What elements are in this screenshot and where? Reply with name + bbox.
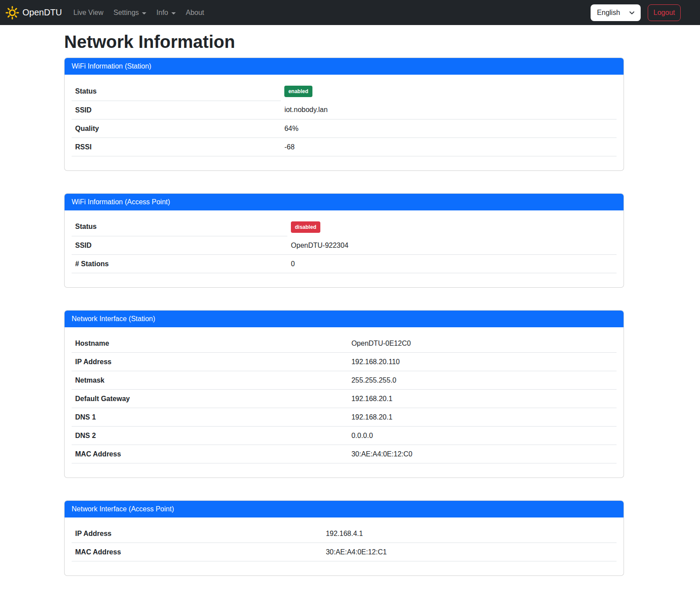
- nav-item-label: Info: [156, 9, 168, 17]
- language-select[interactable]: English: [591, 4, 641, 21]
- info-card-network-interface-station: Network Interface (Station) HostnameOpen…: [64, 310, 624, 478]
- row-value: OpenDTU-922304: [287, 236, 617, 255]
- table-row: DNS 1192.168.20.1: [72, 408, 617, 427]
- nav-item-about[interactable]: About: [182, 5, 208, 20]
- row-value: disabled: [287, 217, 617, 236]
- page-title: Network Information: [64, 31, 624, 52]
- table-row: IP Address192.168.20.110: [72, 353, 617, 371]
- row-label: IP Address: [72, 525, 322, 543]
- row-label: Netmask: [72, 371, 348, 390]
- row-value: 30:AE:A4:0E:12:C0: [348, 445, 617, 463]
- nav-item-label: Settings: [113, 9, 139, 17]
- row-value: 255.255.255.0: [348, 371, 617, 390]
- nav-item-label: About: [186, 9, 204, 17]
- nav-item-settings[interactable]: Settings: [110, 5, 150, 20]
- nav-item-live-view[interactable]: Live View: [70, 5, 107, 20]
- card-body: StatusenabledSSIDiot.nobody.lanQuality64…: [65, 75, 624, 170]
- table-row: Statusenabled: [72, 82, 617, 101]
- nav-item: Settings: [110, 5, 153, 20]
- table-row: # Stations0: [72, 255, 617, 273]
- status-badge: enabled: [284, 86, 312, 97]
- info-table: StatusenabledSSIDiot.nobody.lanQuality64…: [72, 82, 617, 156]
- card-header: Network Interface (Station): [65, 311, 624, 327]
- row-label: MAC Address: [72, 445, 348, 463]
- info-table: StatusdisabledSSIDOpenDTU-922304# Statio…: [72, 217, 617, 274]
- row-label: DNS 2: [72, 427, 348, 445]
- table-row: Statusdisabled: [72, 217, 617, 236]
- card-list: WiFi Information (Station) Statusenabled…: [64, 58, 624, 576]
- row-value: 192.168.20.1: [348, 390, 617, 408]
- card-header: WiFi Information (Station): [65, 58, 624, 75]
- table-row: RSSI-68: [72, 137, 617, 156]
- table-row: SSIDiot.nobody.lan: [72, 101, 617, 119]
- nav-item: About: [182, 5, 211, 20]
- table-row: IP Address192.168.4.1: [72, 525, 617, 543]
- row-value: enabled: [281, 82, 617, 101]
- brand-label: OpenDTU: [22, 7, 62, 18]
- info-table: HostnameOpenDTU-0E12C0IP Address192.168.…: [72, 334, 617, 463]
- card-body: IP Address192.168.4.1MAC Address30:AE:A4…: [65, 517, 624, 575]
- table-row: MAC Address30:AE:A4:0E:12:C0: [72, 445, 617, 463]
- row-value: -68: [281, 137, 617, 156]
- navbar-right: English Logout: [591, 4, 681, 21]
- sun-logo-icon: [5, 6, 19, 20]
- row-value: 30:AE:A4:0E:12:C1: [322, 543, 617, 561]
- row-label: SSID: [72, 101, 281, 119]
- brand[interactable]: OpenDTU: [5, 6, 62, 20]
- row-label: SSID: [72, 236, 287, 255]
- row-label: Status: [72, 217, 287, 236]
- table-row: Netmask255.255.255.0: [72, 371, 617, 390]
- caret-down-icon: [142, 12, 146, 14]
- table-row: HostnameOpenDTU-0E12C0: [72, 334, 617, 353]
- chevron-down-icon: [629, 10, 635, 16]
- row-value: iot.nobody.lan: [281, 101, 617, 119]
- nav-item-info[interactable]: Info: [153, 5, 179, 20]
- status-badge: disabled: [291, 221, 320, 233]
- table-row: DNS 20.0.0.0: [72, 427, 617, 445]
- row-label: IP Address: [72, 353, 348, 371]
- row-label: Default Gateway: [72, 390, 348, 408]
- table-row: Quality64%: [72, 119, 617, 137]
- info-table: IP Address192.168.4.1MAC Address30:AE:A4…: [72, 525, 617, 561]
- row-value: 192.168.20.110: [348, 353, 617, 371]
- row-label: DNS 1: [72, 408, 348, 427]
- nav-item: Live View: [70, 5, 110, 20]
- row-label: Status: [72, 82, 281, 101]
- navbar: OpenDTU Live ViewSettingsInfoAbout Engli…: [0, 0, 700, 25]
- language-select-value: English: [597, 9, 620, 17]
- caret-down-icon: [171, 12, 176, 14]
- row-label: Hostname: [72, 334, 348, 353]
- info-card-wifi-information-station: WiFi Information (Station) Statusenabled…: [64, 58, 624, 171]
- row-value: 0.0.0.0: [348, 427, 617, 445]
- row-value: 0: [287, 255, 617, 273]
- row-value: 192.168.4.1: [322, 525, 617, 543]
- row-value: 64%: [281, 119, 617, 137]
- card-body: StatusdisabledSSIDOpenDTU-922304# Statio…: [65, 210, 624, 288]
- info-card-wifi-information-access-point: WiFi Information (Access Point) Statusdi…: [64, 193, 624, 288]
- card-header: WiFi Information (Access Point): [65, 194, 624, 210]
- nav-item: Info: [153, 5, 182, 20]
- content: Network Information WiFi Information (St…: [64, 25, 624, 597]
- logout-button[interactable]: Logout: [648, 4, 681, 21]
- nav-menu: Live ViewSettingsInfoAbout: [70, 5, 211, 20]
- table-row: SSIDOpenDTU-922304: [72, 236, 617, 255]
- table-row: Default Gateway192.168.20.1: [72, 390, 617, 408]
- card-header: Network Interface (Access Point): [65, 501, 624, 517]
- row-value: 192.168.20.1: [348, 408, 617, 427]
- table-row: MAC Address30:AE:A4:0E:12:C1: [72, 543, 617, 561]
- card-body: HostnameOpenDTU-0E12C0IP Address192.168.…: [65, 327, 624, 478]
- row-label: Quality: [72, 119, 281, 137]
- row-label: # Stations: [72, 255, 287, 273]
- row-label: MAC Address: [72, 543, 322, 561]
- row-value: OpenDTU-0E12C0: [348, 334, 617, 353]
- row-label: RSSI: [72, 137, 281, 156]
- info-card-network-interface-access-point: Network Interface (Access Point) IP Addr…: [64, 500, 624, 576]
- nav-item-label: Live View: [73, 9, 103, 17]
